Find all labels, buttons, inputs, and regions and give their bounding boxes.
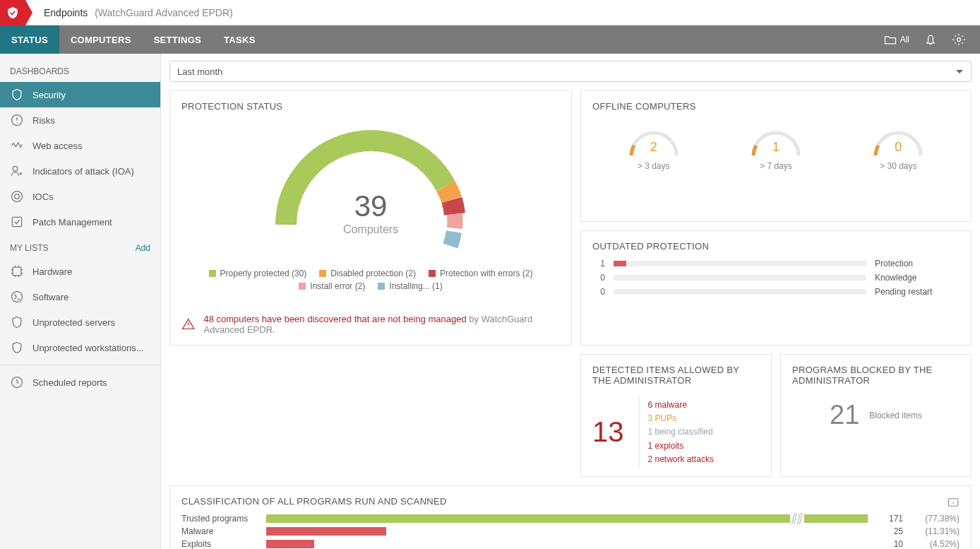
sidebar-item-patch[interactable]: Patch Management xyxy=(0,209,160,235)
alert-text: 48 computers have been discovered that a… xyxy=(203,314,466,324)
unmanaged-alert[interactable]: 48 computers have been discovered that a… xyxy=(181,307,560,335)
main-content: Last month PROTECTION STATUS xyxy=(161,54,980,549)
sidebar-item-label: Unprotected servers xyxy=(32,317,115,328)
sidebar-item-ioa[interactable]: Indicators of attack (IOA) xyxy=(0,158,160,184)
add-list-button[interactable]: Add xyxy=(136,243,150,253)
offline-gauge[interactable]: 2> 3 days xyxy=(626,124,682,171)
app-title: Endpoints (WatchGuard Advanced EPDR) xyxy=(32,7,233,18)
sidebar-list-software[interactable]: Software xyxy=(0,284,160,309)
outdated-row[interactable]: 0Knowledge xyxy=(592,273,960,283)
offline-gauge[interactable]: 1> 7 days xyxy=(748,124,804,171)
nav-settings[interactable]: SETTINGS xyxy=(143,25,213,54)
outdated-row[interactable]: 0Pending restart xyxy=(592,287,960,297)
settings-gear-icon[interactable] xyxy=(945,33,973,47)
svg-rect-6 xyxy=(13,267,21,276)
protection-count: 39 xyxy=(272,189,470,223)
sidebar: DASHBOARDS Security Risks Web access Ind… xyxy=(0,54,161,549)
legend-item[interactable]: Disabled protection (2) xyxy=(319,268,416,278)
sidebar-item-label: Web access xyxy=(32,141,83,151)
classification-row[interactable]: Exploits10(4.52%) xyxy=(181,539,960,549)
brand-logo xyxy=(0,0,25,25)
sidebar-item-label: Patch Management xyxy=(32,217,112,228)
sidebar-item-label: Risks xyxy=(32,115,55,126)
svg-rect-5 xyxy=(12,217,21,226)
sidebar-item-label: Indicators of attack (IOA) xyxy=(32,166,134,177)
blocked-count: 21 xyxy=(830,400,859,430)
detected-line[interactable]: 3 PUPs xyxy=(648,412,714,425)
outdated-panel: OUTDATED PROTECTION 1Protection0Knowledg… xyxy=(580,230,972,346)
sidebar-dash-title: DASHBOARDS xyxy=(0,58,160,82)
offline-panel: OFFLINE COMPUTERS 2> 3 days1> 7 days0> 3… xyxy=(580,90,972,222)
detected-line[interactable]: 2 network attacks xyxy=(648,453,714,466)
protection-legend: Properly protected (30)Disabled protecti… xyxy=(181,268,560,291)
sidebar-item-label: Scheduled reports xyxy=(32,377,107,388)
sidebar-item-webaccess[interactable]: Web access xyxy=(0,133,160,158)
detected-line[interactable]: 6 malware xyxy=(648,399,714,412)
nav-tasks[interactable]: TASKS xyxy=(213,25,267,54)
detected-count: 13 xyxy=(592,416,624,448)
main-nav: STATUS COMPUTERS SETTINGS TASKS All xyxy=(0,25,980,54)
classification-row[interactable]: Malware25(11.31%) xyxy=(181,526,960,536)
sidebar-item-label: Unprotected workstations... xyxy=(32,343,144,353)
classification-row[interactable]: Trusted programs171(77.38%) xyxy=(181,514,960,524)
panel-title: OUTDATED PROTECTION xyxy=(592,241,960,252)
detected-line[interactable]: 1 exploits xyxy=(648,439,714,453)
detected-items-panel: DETECTED ITEMS ALLOWED BY THE ADMINISTRA… xyxy=(580,354,772,477)
nav-computers[interactable]: COMPUTERS xyxy=(59,25,143,54)
sidebar-mylists-title: MY LISTS Add xyxy=(0,235,160,259)
sidebar-item-label: Hardware xyxy=(32,266,72,277)
sidebar-list-unprotected-ws[interactable]: Unprotected workstations... xyxy=(0,335,160,360)
protection-status-panel: PROTECTION STATUS xyxy=(169,90,572,346)
svg-point-7 xyxy=(12,292,23,302)
blocked-label: Blocked items xyxy=(869,411,922,420)
folder-all-button[interactable]: All xyxy=(876,33,916,47)
panel-title: OFFLINE COMPUTERS xyxy=(592,101,960,112)
sidebar-item-label: IOCs xyxy=(32,191,54,202)
legend-item[interactable]: Install error (2) xyxy=(299,281,365,291)
time-range-select[interactable]: Last month xyxy=(169,61,972,82)
panel-title: PROTECTION STATUS xyxy=(181,101,560,112)
classification-panel: CLASSIFICATION OF ALL PROGRAMS RUN AND S… xyxy=(169,485,972,549)
nav-status[interactable]: STATUS xyxy=(0,25,59,54)
sidebar-item-label: Security xyxy=(32,90,66,100)
svg-point-3 xyxy=(15,194,20,199)
legend-item[interactable]: Protection with errors (2) xyxy=(429,268,532,278)
sidebar-list-hardware[interactable]: Hardware xyxy=(0,259,160,284)
sidebar-item-label: Software xyxy=(32,292,68,302)
outdated-row[interactable]: 1Protection xyxy=(592,259,960,268)
app-header: Endpoints (WatchGuard Advanced EPDR) xyxy=(0,0,980,25)
legend-item[interactable]: Installing... (1) xyxy=(378,281,442,291)
offline-gauge[interactable]: 0> 30 days xyxy=(870,124,926,171)
sidebar-item-risks[interactable]: Risks xyxy=(0,107,160,133)
sidebar-item-iocs[interactable]: IOCs xyxy=(0,184,160,209)
panel-title: PROGRAMS BLOCKED BY THE ADMINISTRATOR xyxy=(792,365,960,386)
panel-title: CLASSIFICATION OF ALL PROGRAMS RUN AND S… xyxy=(181,496,447,507)
protection-donut-chart[interactable]: 39 Computers xyxy=(272,119,470,260)
sidebar-item-security[interactable]: Security xyxy=(0,82,160,107)
svg-point-4 xyxy=(12,191,23,202)
svg-point-2 xyxy=(13,166,18,171)
notifications-icon[interactable] xyxy=(916,33,945,47)
sidebar-list-unprotected-servers[interactable]: Unprotected servers xyxy=(0,309,160,335)
legend-item[interactable]: Properly protected (30) xyxy=(209,268,307,278)
blocked-programs-panel: PROGRAMS BLOCKED BY THE ADMINISTRATOR 21… xyxy=(780,354,972,477)
info-icon[interactable] xyxy=(947,496,960,511)
protection-count-label: Computers xyxy=(272,223,470,236)
sidebar-scheduled-reports[interactable]: Scheduled reports xyxy=(0,370,160,395)
detected-line[interactable]: 1 being classified xyxy=(648,425,714,439)
panel-title: DETECTED ITEMS ALLOWED BY THE ADMINISTRA… xyxy=(592,365,760,386)
svg-point-0 xyxy=(957,38,961,42)
